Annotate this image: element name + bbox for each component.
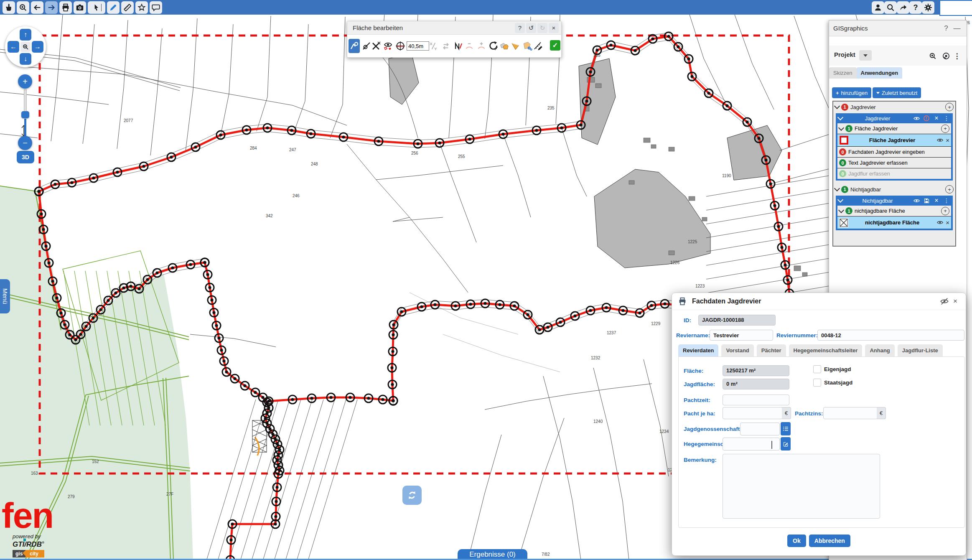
share-button[interactable]: [897, 1, 909, 14]
arc-add-tool[interactable]: [476, 39, 487, 53]
close-dialog-button[interactable]: ×: [950, 296, 961, 307]
measure-edit-tool[interactable]: [532, 39, 544, 53]
visibility-eye-icon[interactable]: [936, 219, 944, 227]
tab-jagdflur-liste[interactable]: Jagdflur-Liste: [898, 344, 943, 356]
tab-hegegemeinschaftsleiter[interactable]: Hegegemeinschaftsleiter: [789, 344, 863, 356]
apply-button[interactable]: ✓: [550, 40, 560, 51]
radius-input[interactable]: [407, 41, 429, 51]
panel-minimize-button[interactable]: —: [952, 23, 962, 33]
panel-titlebar[interactable]: GISgraphics ? —: [829, 20, 967, 36]
tab-skizzen[interactable]: Skizzen: [829, 67, 857, 79]
save-icon[interactable]: [923, 197, 930, 204]
visibility-eye-icon[interactable]: [913, 115, 920, 122]
recently-used-button[interactable]: Zuletzt benutzt: [873, 87, 921, 98]
tab-anhang[interactable]: Anhang: [865, 344, 894, 356]
add-button[interactable]: +hinzufügen: [832, 87, 871, 98]
cancel-button[interactable]: Abbrechen: [809, 535, 850, 547]
pachtzins-input[interactable]: [823, 407, 878, 419]
parallel-move-tool[interactable]: [440, 39, 451, 53]
panel-kebab-icon[interactable]: ⋮: [952, 51, 962, 61]
vertex-visibility-tool[interactable]: [382, 39, 393, 53]
add-layer-icon[interactable]: +: [945, 103, 954, 111]
delete-vertex-tool[interactable]: [370, 39, 382, 53]
panel-help-button[interactable]: ?: [941, 23, 952, 33]
task-text-erfassen[interactable]: 0 Text Jagdrevier erfassen: [837, 158, 951, 168]
select-cursor-button[interactable]: [88, 1, 105, 14]
zoom-center-button[interactable]: [20, 42, 31, 52]
pan-down-button[interactable]: ↓: [20, 53, 31, 65]
forward-button[interactable]: [45, 1, 58, 14]
tree-node-flaeche-jagdrevier[interactable]: 1 Fläche Jagdrevier +: [837, 123, 951, 134]
cut-area-tool[interactable]: [509, 39, 521, 53]
auto-radius-tool[interactable]: AUTO: [394, 39, 406, 53]
hegegemeinschaft-select[interactable]: [723, 438, 780, 451]
3d-view-button[interactable]: 3D: [17, 151, 34, 163]
layer-style-swatch[interactable]: [839, 136, 848, 145]
selected-layer-flaeche-jagdrevier[interactable]: Fläche Jagdrevier ×: [837, 134, 951, 147]
help-toolbar-button[interactable]: ?: [909, 1, 922, 14]
polyline-draw-tool[interactable]: [453, 39, 464, 53]
remove-icon[interactable]: ×: [946, 219, 949, 226]
reviername-input[interactable]: [710, 330, 773, 341]
menu-tab[interactable]: Menü: [0, 279, 10, 313]
zoom-slider-track[interactable]: [24, 89, 27, 113]
area-settings-tool[interactable]: [522, 39, 533, 53]
redo-button[interactable]: ↻: [537, 23, 547, 33]
alert-icon[interactable]: [923, 115, 930, 122]
remove-icon[interactable]: ×: [946, 137, 949, 144]
pan-up-button[interactable]: ↑: [20, 29, 31, 41]
collapse-icon[interactable]: [834, 186, 840, 191]
zoom-slider-handle[interactable]: [21, 111, 29, 118]
tab-revierdaten[interactable]: Revierdaten: [678, 344, 718, 356]
measure-ruler-button[interactable]: [121, 1, 134, 14]
collapse-icon[interactable]: [837, 115, 843, 120]
user-button[interactable]: [872, 1, 884, 14]
collapse-icon[interactable]: [838, 207, 844, 213]
collapse-icon[interactable]: [834, 103, 840, 109]
draw-pencil-button[interactable]: [107, 1, 120, 14]
comment-bubble-button[interactable]: [150, 1, 162, 14]
task-fachdaten-eingeben[interactable]: 0 Fachdaten Jagdrevier eingeben: [837, 147, 951, 158]
pan-tool-button[interactable]: [3, 1, 15, 14]
remove-layer-icon[interactable]: ×: [933, 197, 940, 204]
edit-window-titlebar[interactable]: Fläche bearbeiten ? ↺ ↻ ×: [347, 21, 561, 35]
collapse-icon[interactable]: [838, 125, 844, 130]
dialog-titlebar[interactable]: Fachdaten Jagdrevier ×: [672, 293, 966, 310]
jagdrevier-group-header[interactable]: Jagdrevier × ⋮: [837, 113, 951, 123]
nichtjagdbar-group-header[interactable]: Nichtjagdbar × ⋮: [837, 196, 951, 206]
jagdgenossenschaft-input[interactable]: [740, 423, 780, 435]
reviernummer-input[interactable]: [817, 330, 964, 341]
zoom-in-tool-button[interactable]: [17, 1, 29, 14]
screenshot-button[interactable]: [74, 1, 86, 14]
remove-layer-icon[interactable]: ×: [933, 115, 940, 122]
cursor-dropdown-icon[interactable]: [101, 4, 102, 11]
zoom-minus-button[interactable]: −: [18, 136, 32, 150]
arc-remove-tool[interactable]: [463, 39, 475, 53]
jagdgenossenschaft-list-button[interactable]: [781, 422, 791, 435]
hegegemeinschaft-edit-button[interactable]: [781, 437, 791, 451]
ok-button[interactable]: Ok: [787, 535, 806, 547]
staatsjagd-checkbox[interactable]: [813, 379, 821, 387]
merge-areas-tool[interactable]: [499, 39, 510, 53]
map-refresh-button[interactable]: [402, 486, 422, 505]
search-button[interactable]: [884, 1, 897, 14]
eigenjagd-checkbox[interactable]: [813, 365, 821, 373]
collapse-icon[interactable]: [837, 197, 843, 203]
settings-gear-button[interactable]: [922, 1, 934, 14]
add-geometry-icon[interactable]: +: [941, 207, 949, 215]
tab-paechter[interactable]: Pächter: [757, 344, 786, 356]
tree-node-jagdrevier[interactable]: 1 Jagdrevier +: [833, 102, 955, 112]
back-button[interactable]: [31, 1, 43, 14]
panel-search-icon[interactable]: [928, 51, 938, 61]
edit-help-button[interactable]: ?: [515, 23, 525, 33]
selected-layer-nichtjagdbare-flaeche[interactable]: nichtjagdbare Fläche ×: [837, 216, 951, 229]
tab-anwendungen[interactable]: Anwendungen: [857, 67, 903, 79]
visibility-eye-icon[interactable]: [913, 197, 920, 204]
bemerkung-textarea[interactable]: [723, 454, 880, 519]
tree-node-nichtjagdbare-flaeche[interactable]: 1 nichtjagdbare Fläche +: [837, 206, 951, 216]
layer-kebab-icon[interactable]: ⋮: [943, 115, 950, 122]
layer-style-swatch[interactable]: [839, 218, 848, 227]
zoom-slider-track-filled[interactable]: [24, 119, 26, 136]
visibility-eye-icon[interactable]: [936, 137, 944, 144]
rotate-tool[interactable]: [487, 39, 499, 53]
